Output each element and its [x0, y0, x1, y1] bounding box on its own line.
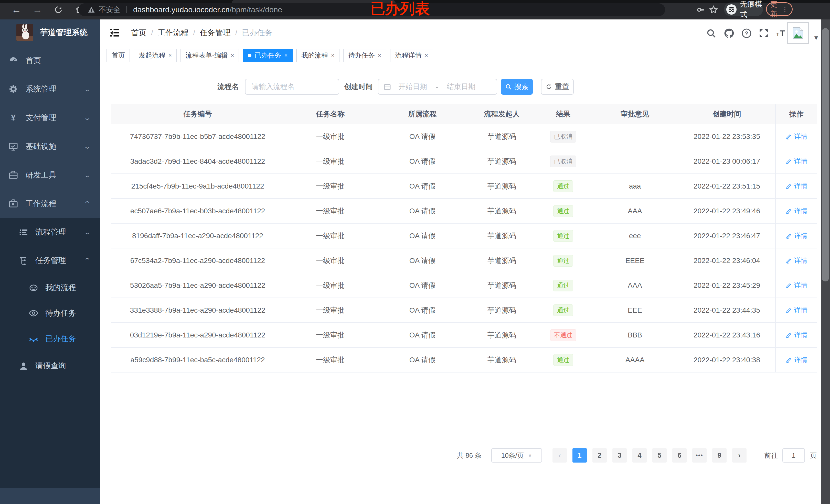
- process-name-input[interactable]: 请输入流程名: [245, 79, 339, 95]
- pagination-page-4[interactable]: 4: [632, 448, 647, 463]
- detail-link[interactable]: 详情: [786, 331, 807, 339]
- breadcrumb-item[interactable]: 首页: [131, 28, 147, 38]
- tab-待办任务[interactable]: 待办任务×: [343, 49, 386, 62]
- pagination-page-1[interactable]: 1: [572, 448, 587, 463]
- detail-link-label: 详情: [794, 256, 807, 265]
- cell-task-name: 一级审批: [284, 298, 376, 322]
- pagination-prev-button[interactable]: ‹: [552, 448, 567, 463]
- detail-link-label: 详情: [794, 182, 807, 191]
- cell-process-starter: 芋道源码: [469, 149, 535, 173]
- table-header-cell: 任务编号: [111, 104, 284, 124]
- page-size-select[interactable]: 10条/页 ∨: [491, 448, 542, 463]
- font-size-icon[interactable]: TT: [775, 27, 788, 40]
- detail-link[interactable]: 详情: [786, 256, 807, 265]
- sidebar-item-任务管理[interactable]: 任务管理⌃: [0, 246, 100, 275]
- browser-scrollbar[interactable]: [821, 20, 830, 504]
- fullscreen-icon[interactable]: [757, 27, 770, 40]
- sidebar-item-请假查询[interactable]: 请假查询: [0, 351, 100, 380]
- breadcrumb-item: 已办任务: [242, 28, 273, 38]
- github-icon[interactable]: [723, 27, 736, 40]
- sidebar-collapse-icon[interactable]: [109, 27, 121, 38]
- sidebar-item-工作流程[interactable]: 工作流程⌃: [0, 189, 100, 218]
- face-icon: [28, 282, 39, 293]
- tab-close-icon[interactable]: ×: [231, 52, 234, 59]
- tab-已办任务[interactable]: 已办任务×: [243, 49, 293, 62]
- tab-流程表单-编辑[interactable]: 流程表单-编辑×: [181, 49, 240, 62]
- browser-update-button[interactable]: 更新 ⋮: [766, 2, 793, 16]
- sidebar-item-支付管理[interactable]: ¥支付管理⌄: [0, 103, 100, 132]
- tab-label: 待办任务: [348, 51, 375, 60]
- chevron-down-icon: ⌄: [84, 85, 91, 93]
- sidebar-item-系统管理[interactable]: 系统管理⌄: [0, 75, 100, 103]
- cell-task-name: 一级审批: [284, 248, 376, 273]
- pagination-total: 共 86 条: [457, 448, 481, 463]
- sidebar-item-首页[interactable]: 首页: [0, 46, 100, 75]
- password-key-icon[interactable]: [694, 4, 707, 16]
- sidebar-item-我的流程[interactable]: 我的流程: [0, 275, 100, 300]
- pagination-page-5[interactable]: 5: [652, 448, 667, 463]
- cell-actions: 详情: [775, 174, 817, 198]
- sidebar-item-已办任务[interactable]: 已办任务: [0, 326, 100, 351]
- tab-close-icon[interactable]: ×: [425, 52, 428, 59]
- browser-back-button[interactable]: ←: [9, 3, 24, 17]
- detail-link[interactable]: 详情: [786, 157, 807, 166]
- update-label[interactable]: 更新: [770, 0, 781, 19]
- detail-link[interactable]: 详情: [786, 231, 807, 240]
- sidebar-item-label: 流程管理: [35, 227, 66, 237]
- cell-comment: AAA: [592, 273, 678, 298]
- search-button[interactable]: 搜索: [501, 79, 533, 95]
- breadcrumb-item[interactable]: 任务管理: [200, 28, 231, 38]
- browser-menu-dots-icon[interactable]: ⋮: [781, 8, 788, 11]
- cell-process-name: OA 请假: [376, 323, 469, 347]
- user-avatar[interactable]: [787, 22, 809, 44]
- sidebar-item-待办任务[interactable]: 待办任务: [0, 300, 100, 326]
- breadcrumb-item[interactable]: 工作流程: [158, 28, 188, 38]
- tab-close-icon[interactable]: ×: [168, 52, 172, 59]
- create-time-range-input[interactable]: 开始日期 - 结束日期: [378, 79, 497, 95]
- browser-reload-button[interactable]: [51, 3, 66, 17]
- security-label[interactable]: 不安全: [99, 5, 120, 14]
- breadcrumb-separator: /: [151, 28, 153, 37]
- pagination-page-9[interactable]: 9: [712, 448, 727, 463]
- pagination-goto-input[interactable]: 1: [783, 448, 805, 463]
- help-question-icon[interactable]: ?: [740, 27, 753, 40]
- tab-close-icon[interactable]: ×: [331, 52, 334, 59]
- detail-link[interactable]: 详情: [786, 182, 807, 191]
- tab-我的流程[interactable]: 我的流程×: [296, 49, 340, 62]
- bookmark-star-icon[interactable]: [707, 4, 720, 16]
- scrollbar-thumb[interactable]: [822, 28, 829, 281]
- pagination-page-3[interactable]: 3: [612, 448, 627, 463]
- cell-create-time: 2022-01-22 23:46:04: [678, 248, 775, 273]
- detail-link[interactable]: 详情: [786, 306, 807, 315]
- cell-create-time: 2022-01-22 23:46:47: [678, 224, 775, 248]
- sidebar-item-基础设施[interactable]: 基础设施⌄: [0, 132, 100, 161]
- cell-task-id: 67c534a2-7b9a-11ec-a290-acde48001122: [111, 248, 284, 273]
- tab-首页[interactable]: 首页: [106, 49, 130, 62]
- detail-link[interactable]: 详情: [786, 206, 807, 215]
- sidebar-item-流程管理[interactable]: 流程管理⌄: [0, 218, 100, 246]
- detail-link[interactable]: 详情: [786, 355, 807, 364]
- cell-process-starter: 芋道源码: [469, 199, 535, 223]
- flow-icon: [18, 255, 29, 266]
- browser-forward-button[interactable]: →: [30, 3, 44, 17]
- pagination-page-2[interactable]: 2: [593, 448, 607, 463]
- app-logo-row[interactable]: 芋道管理系统: [0, 20, 100, 44]
- svg-text:¥: ¥: [11, 113, 16, 122]
- reset-button[interactable]: 重置: [541, 79, 574, 95]
- chevron-down-icon: ⌄: [84, 114, 91, 122]
- table-row: 3adac3d2-7b9d-11ec-8404-acde48001122一级审批…: [111, 149, 817, 174]
- tab-流程详情[interactable]: 流程详情×: [390, 49, 433, 62]
- cell-result: 已取消: [535, 124, 592, 149]
- header-search-icon[interactable]: [705, 27, 718, 40]
- pagination-next-button[interactable]: ›: [732, 448, 746, 463]
- tab-发起流程[interactable]: 发起流程×: [134, 49, 177, 62]
- detail-link[interactable]: 详情: [786, 281, 807, 290]
- tab-close-icon[interactable]: ×: [378, 52, 381, 59]
- avatar-dropdown-caret-icon[interactable]: ▼: [813, 34, 819, 41]
- cell-process-starter: 芋道源码: [469, 224, 535, 248]
- sidebar-item-研发工具[interactable]: 研发工具⌄: [0, 161, 100, 189]
- pagination-page-6[interactable]: 6: [672, 448, 687, 463]
- tab-close-icon[interactable]: ×: [284, 52, 288, 59]
- main-content: 流程名 请输入流程名 创建时间 开始日期 - 结束日期 搜索 重置 任务编号任务…: [100, 64, 821, 504]
- detail-link[interactable]: 详情: [786, 132, 807, 141]
